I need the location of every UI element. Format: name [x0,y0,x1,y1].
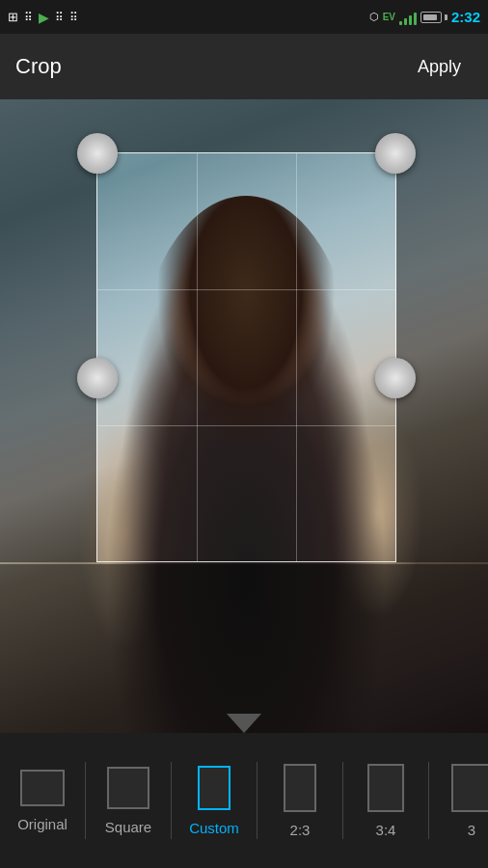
ratio-last-icon [451,764,488,812]
bbm-icon3: ⠿ [69,11,78,24]
chevron-down-icon [227,714,261,733]
crop-dark-bottom [0,564,488,733]
square-icon [107,767,149,809]
crop-dark-left [0,152,96,562]
square-label: Square [105,819,151,835]
bbm-icon2: ⠿ [55,11,64,24]
status-left-icons: ⊞ ⠿ ▶ ⠿ ⠿ [8,10,78,25]
status-right-icons: ⬡ EV 2:32 [369,9,480,25]
signal-icon [399,10,417,25]
apply-button[interactable]: Apply [406,49,473,85]
crop-box[interactable] [96,152,396,562]
crop-option-2-3[interactable]: 2:3 [258,733,342,868]
email-icon: ▶ [39,10,49,25]
bottom-bar: Original Square Custom 2:3 3:4 3 [0,733,488,868]
status-time: 2:32 [451,9,480,25]
crop-grid [97,153,395,561]
battery-icon [420,12,442,23]
crop-option-square[interactable]: Square [86,733,171,868]
crop-dark-top [0,99,488,152]
top-bar: Crop Apply [0,34,488,99]
original-label: Original [17,816,68,832]
ev-label: EV [383,12,395,22]
image-area [0,99,488,733]
crop-dark-right [396,152,488,562]
grid-line-h1 [97,289,395,290]
battery-tip [445,14,447,20]
crop-handle-top-right[interactable] [375,133,416,174]
bbm-icon: ⠿ [24,11,33,24]
ratio-2-3-label: 2:3 [290,822,311,838]
gallery-icon: ⊞ [8,10,18,24]
ratio-3-4-icon [367,764,404,812]
crop-option-last[interactable]: 3 [429,733,488,868]
custom-label: Custom [189,820,239,836]
grid-line-v2 [296,153,297,561]
sim-icon: ⬡ [369,11,379,23]
grid-line-h2 [97,425,395,426]
crop-handle-mid-left[interactable] [77,358,118,398]
crop-handle-mid-right[interactable] [375,358,416,398]
crop-option-original[interactable]: Original [0,733,85,868]
original-icon [20,770,65,806]
status-bar: ⊞ ⠿ ▶ ⠿ ⠿ ⬡ EV 2:32 [0,0,488,34]
custom-icon [198,766,230,810]
page-title: Crop [15,54,62,79]
crop-options-list: Original Square Custom 2:3 3:4 3 [0,733,488,868]
crop-option-3-4[interactable]: 3:4 [343,733,428,868]
grid-line-v1 [197,153,198,561]
ratio-last-label: 3 [468,822,475,838]
ratio-3-4-label: 3:4 [376,822,396,838]
crop-handle-top-left[interactable] [77,133,118,174]
ratio-2-3-icon [284,764,316,812]
crop-option-custom[interactable]: Custom [172,733,257,868]
